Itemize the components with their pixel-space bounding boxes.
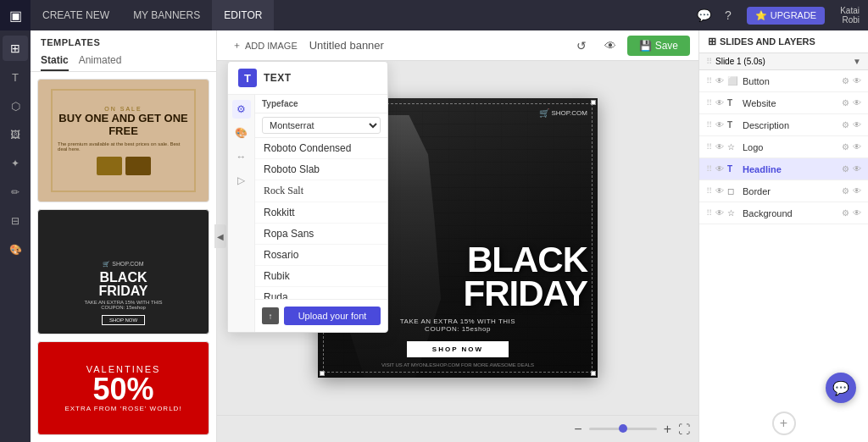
slide-drag-icon: ⠿ (706, 57, 712, 66)
add-slide-button[interactable]: + (772, 412, 796, 435)
layer-settings-icon[interactable]: ⚙ (842, 98, 849, 108)
layer-description[interactable]: ⠿ 👁 T Description ⚙ 👁 (699, 114, 868, 136)
layer-name: Logo (743, 142, 838, 152)
sidebar-layers-icon[interactable]: ⊞ (3, 36, 28, 61)
chat-button[interactable]: 💬 (826, 373, 856, 403)
layer-settings-icon[interactable]: ⚙ (842, 142, 849, 152)
layer-settings-icon[interactable]: ⚙ (842, 120, 849, 130)
layer-headline[interactable]: ⠿ 👁 T Headline ⚙ 👁 (699, 158, 868, 180)
typeface-settings-icon[interactable]: ⚙ (232, 100, 251, 119)
typeface-select[interactable]: Montserrat (262, 117, 381, 134)
template-bf-shop-btn: SHOP NOW (102, 315, 145, 325)
layer-settings-icon[interactable]: ⚙ (842, 186, 849, 196)
layer-type-icon: T (727, 164, 739, 174)
zoom-minus[interactable]: − (574, 422, 581, 437)
layer-vis-icon: 👁 (715, 186, 724, 196)
layer-visibility-toggle[interactable]: 👁 (853, 164, 861, 174)
layer-visibility-toggle[interactable]: 👁 (853, 76, 861, 86)
layer-name: Border (743, 186, 838, 196)
shop-icon: 🛒 (539, 108, 549, 118)
layer-name: Headline (743, 164, 838, 174)
canvas-shop-btn[interactable]: SHOP NOW (407, 341, 509, 357)
layer-vis-icon: 👁 (715, 76, 724, 86)
layer-border[interactable]: ⠿ 👁 ◻ Border ⚙ 👁 (699, 180, 868, 202)
sidebar-edit-icon[interactable]: ✏ (3, 180, 28, 205)
layer-type-icon: ◻ (727, 186, 739, 196)
layer-settings-icon[interactable]: ⚙ (842, 208, 849, 218)
spacing-icon[interactable]: ↔ (232, 147, 251, 166)
notification-icon[interactable]: 💬 (693, 3, 716, 27)
templates-header: TEMPLATES (31, 30, 216, 51)
slides-grid-icon: ⊞ (708, 36, 716, 47)
layer-vis-icon: 👁 (715, 120, 724, 130)
layer-visibility-toggle[interactable]: 👁 (853, 142, 861, 152)
layer-visibility-toggle[interactable]: 👁 (853, 98, 861, 108)
layer-settings-icon[interactable]: ⚙ (842, 76, 849, 86)
top-nav: ▣ CREATE NEW MY BANNERS EDITOR 💬 ? ⭐ UPG… (0, 0, 868, 30)
template-val-sub: EXTRA FROM 'ROSE' WORLD! (64, 405, 181, 412)
upgrade-button[interactable]: ⭐ UPGRADE (747, 7, 825, 25)
font-item-rokkitt[interactable]: Rokkitt (255, 202, 387, 224)
layer-logo[interactable]: ⠿ 👁 ☆ Logo ⚙ 👁 (699, 136, 868, 158)
layer-type-icon: T (727, 98, 739, 108)
template-sale-title: BUY ONE AND GET ONE FREE (58, 112, 189, 138)
fullscreen-icon[interactable]: ⛶ (678, 423, 690, 436)
layer-type-icon: ☆ (727, 142, 739, 152)
sidebar-grid-icon[interactable]: ⊟ (3, 208, 28, 234)
layer-drag-icon: ⠿ (706, 164, 712, 174)
layer-name: Button (743, 76, 838, 86)
add-image-button[interactable]: ＋ ADD IMAGE (225, 36, 304, 55)
help-icon[interactable]: ? (716, 3, 740, 27)
nav-create-new[interactable]: CREATE NEW (31, 0, 121, 30)
sidebar-shapes-icon[interactable]: ⬡ (3, 93, 28, 119)
sidebar-brand-icon[interactable]: ✦ (3, 151, 28, 176)
font-item-rock-salt[interactable]: Rock Salt (255, 180, 387, 202)
canvas-bottom-bar: − + ⛶ (217, 415, 698, 442)
layer-visibility-toggle[interactable]: 👁 (853, 120, 861, 130)
font-item-roboto-slab[interactable]: Roboto Slab (255, 159, 387, 180)
slide-selector: ⠿ Slide 1 (5.0s) ▼ (699, 53, 868, 70)
tab-static[interactable]: Static (41, 51, 69, 71)
layer-drag-icon: ⠿ (706, 76, 712, 86)
save-icon: 💾 (639, 40, 652, 52)
upload-font-button[interactable]: Upload your font (284, 307, 381, 325)
zoom-plus[interactable]: + (664, 422, 671, 437)
user-info: Katai Robi (832, 6, 868, 25)
sidebar-text-icon[interactable]: T (3, 64, 28, 90)
template-card-valentines[interactable]: VALENTINES 50% EXTRA FROM 'ROSE' WORLD! (37, 341, 209, 435)
sidebar-media-icon[interactable]: 🖼 (3, 122, 28, 147)
layer-background[interactable]: ⠿ 👁 ☆ Background ⚙ 👁 (699, 202, 868, 224)
layer-website[interactable]: ⠿ 👁 T Website ⚙ 👁 (699, 92, 868, 114)
sidebar-bg-icon[interactable]: 🎨 (3, 237, 28, 262)
handle-bl (320, 371, 325, 376)
collapse-panel-btn[interactable]: ◀ (214, 224, 226, 248)
zoom-slider[interactable] (589, 428, 657, 430)
save-button[interactable]: 💾 Save (627, 36, 690, 56)
font-item-rubik[interactable]: Rubik (255, 266, 387, 287)
animation-icon[interactable]: ▷ (232, 171, 251, 190)
nav-editor[interactable]: EDITOR (212, 0, 274, 30)
font-item-roboto-condensed[interactable]: Roboto Condensed (255, 138, 387, 159)
typeface-dropdown: T TEXT ⚙ 🎨 ↔ ▷ Typeface (227, 61, 388, 333)
slide-dropdown-icon[interactable]: ▼ (853, 57, 861, 66)
zoom-thumb (619, 424, 627, 433)
layer-type-icon: ⬜ (727, 76, 739, 86)
font-item-ruda[interactable]: Ruda (255, 287, 387, 299)
layer-settings-icon[interactable]: ⚙ (842, 164, 849, 174)
canvas-logo: 🛒 SHOP.COM (539, 108, 587, 118)
font-item-ropa-sans[interactable]: Ropa Sans (255, 224, 387, 245)
tab-animated[interactable]: Animated (79, 51, 122, 71)
plus-icon: ＋ (232, 39, 242, 52)
layer-vis-icon: 👁 (715, 142, 724, 152)
bag-icon-1 (97, 157, 122, 175)
preview-button[interactable]: 👁 (598, 34, 622, 58)
layer-visibility-toggle[interactable]: 👁 (853, 208, 861, 218)
font-item-rosario[interactable]: Rosario (255, 245, 387, 266)
template-card-sale[interactable]: ON SALE BUY ONE AND GET ONE FREE The pre… (37, 79, 209, 202)
template-card-blackfriday[interactable]: 🛒 SHOP.COM BLACKFRIDAY TAKE AN EXTRA 15%… (37, 209, 209, 334)
layer-button[interactable]: ⠿ 👁 ⬜ Button ⚙ 👁 (699, 70, 868, 92)
undo-button[interactable]: ↺ (570, 34, 593, 58)
color-icon[interactable]: 🎨 (232, 124, 251, 142)
nav-my-banners[interactable]: MY BANNERS (121, 0, 212, 30)
layer-visibility-toggle[interactable]: 👁 (853, 186, 861, 196)
